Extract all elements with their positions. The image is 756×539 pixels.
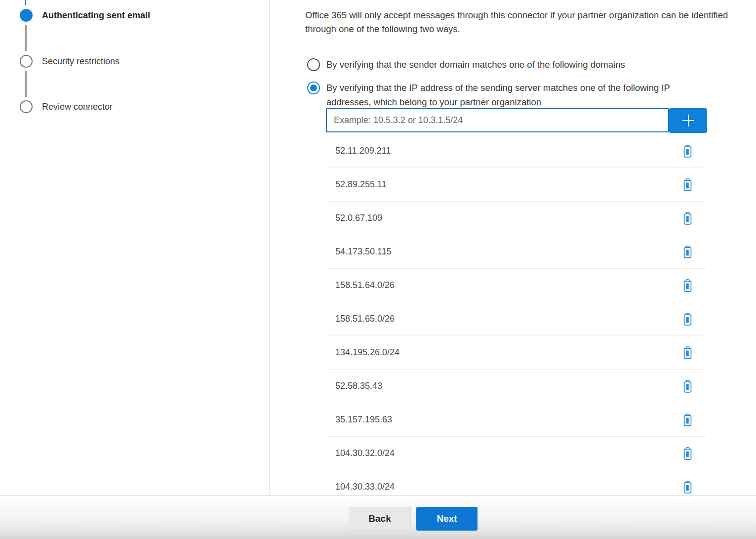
radio-option-label: By verifying that the IP address of the …: [326, 81, 716, 109]
trash-icon: [682, 253, 693, 260]
stepper-connector-line: [25, 25, 27, 51]
ip-address-list: 52.11.209.211 52.89.255.11: [326, 134, 707, 504]
delete-ip-button[interactable]: [681, 345, 694, 361]
step-upcoming-dot-icon: [20, 100, 33, 113]
step-label: Authenticating sent email: [42, 10, 150, 21]
stepper-step-authenticating-sent-email[interactable]: Authenticating sent email: [20, 9, 150, 22]
delete-ip-button[interactable]: [681, 412, 694, 428]
add-ip-button[interactable]: [669, 108, 707, 133]
wizard-footer: Back Next: [0, 495, 756, 539]
radio-selected-icon[interactable]: [307, 82, 320, 94]
ip-list-item: 52.58.35.43: [326, 370, 707, 403]
trash-icon: [682, 152, 693, 160]
radio-option-sender-domain[interactable]: By verifying that the sender domain matc…: [307, 58, 742, 72]
step-current-dot-icon: [20, 9, 33, 22]
step-upcoming-dot-icon: [20, 55, 33, 68]
stepper-step-review-connector[interactable]: Review connector: [20, 100, 113, 113]
ip-address-value: 104.30.32.0/24: [335, 448, 395, 458]
back-button[interactable]: Back: [349, 507, 411, 531]
delete-ip-button[interactable]: [681, 177, 694, 193]
intro-text: Office 365 will only accept messages thr…: [305, 8, 752, 36]
content-divider: [269, 0, 270, 495]
ip-list-item: 52.89.255.11: [326, 168, 707, 202]
delete-ip-button[interactable]: [681, 278, 694, 293]
ip-list-item: 52.0.67.109: [326, 202, 707, 235]
delete-ip-button[interactable]: [681, 143, 694, 159]
ip-list-item: 158.51.64.0/26: [326, 269, 707, 302]
trash-icon: [682, 287, 693, 294]
plus-icon: [680, 113, 696, 128]
trash-icon: [682, 354, 693, 361]
trash-icon: [682, 219, 693, 227]
ip-address-value: 134.195.26.0/24: [335, 347, 399, 358]
next-button[interactable]: Next: [416, 507, 477, 531]
ip-list-item: 52.11.209.211: [326, 134, 707, 168]
trash-icon: [682, 186, 693, 193]
ip-address-input[interactable]: [326, 108, 669, 132]
step-label: Review connector: [42, 102, 113, 112]
step-label: Security restrictions: [42, 56, 119, 67]
ip-address-value: 104.30.33.0/24: [335, 482, 395, 492]
ip-address-value: 35.157.195.63: [335, 415, 392, 425]
stepper-progress-line-top: [25, 0, 26, 5]
ip-list-item: 134.195.26.0/24: [326, 336, 707, 370]
delete-ip-button[interactable]: [681, 446, 694, 461]
ip-list-item: 35.157.195.63: [326, 403, 707, 437]
trash-icon: [682, 387, 693, 395]
ip-address-value: 52.58.35.43: [335, 381, 382, 391]
ip-list-item: 54.173.50.115: [326, 235, 707, 269]
delete-ip-button[interactable]: [681, 244, 694, 260]
delete-ip-button[interactable]: [681, 210, 694, 226]
radio-unselected-icon[interactable]: [307, 58, 320, 71]
delete-ip-button[interactable]: [681, 378, 694, 394]
trash-icon: [682, 488, 693, 496]
delete-ip-button[interactable]: [681, 479, 694, 495]
ip-address-value: 52.89.255.11: [335, 179, 387, 190]
radio-option-ip-address[interactable]: By verifying that the IP address of the …: [307, 81, 716, 109]
trash-icon: [682, 455, 693, 462]
wizard-stepper: Authenticating sent email Security restr…: [0, 0, 269, 495]
ip-address-value: 52.0.67.109: [335, 213, 382, 223]
radio-option-label: By verifying that the sender domain matc…: [326, 58, 625, 72]
trash-icon: [682, 320, 693, 328]
ip-address-value: 158.51.65.0/26: [335, 314, 395, 324]
ip-list-item: 104.30.32.0/24: [326, 437, 707, 470]
stepper-connector-line: [25, 71, 27, 97]
ip-address-value: 52.11.209.211: [335, 146, 391, 156]
trash-icon: [682, 421, 693, 428]
ip-address-value: 158.51.64.0/26: [335, 280, 395, 290]
stepper-step-security-restrictions[interactable]: Security restrictions: [20, 55, 119, 68]
ip-list-item: 158.51.65.0/26: [326, 302, 707, 336]
delete-ip-button[interactable]: [681, 311, 694, 327]
ip-address-value: 54.173.50.115: [335, 247, 392, 257]
